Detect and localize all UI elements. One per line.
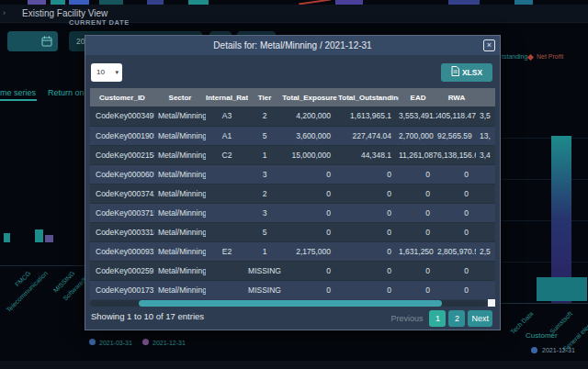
cell-rwa: 0 <box>437 203 476 222</box>
cell-internal_rating <box>206 164 248 184</box>
column-header-ead[interactable]: EAD <box>399 88 437 106</box>
cell-ead: 0 <box>399 261 437 280</box>
cell-internal_rating: C2 <box>206 145 248 164</box>
cell-internal_rating <box>206 261 248 280</box>
bottom-panel-strip <box>0 361 588 369</box>
previous-page-button[interactable]: Previous <box>390 314 423 323</box>
cell-total_exposure: 15,000,000 <box>281 145 338 164</box>
cell-customer_id: CodeKey00017313 <box>90 280 154 299</box>
current-date-label: CURRENT DATE <box>69 18 130 27</box>
table-row[interactable]: CodeKey00025917Metal/MinningMISSING0000 <box>90 261 495 280</box>
chevron-down-icon: ▾ <box>115 63 119 82</box>
table-row[interactable]: CodeKey00006054Metal/Minning30000 <box>90 164 495 184</box>
cell-rwa: 0 <box>437 261 476 280</box>
table-row[interactable]: CodeKey00017313Metal/MinningMISSING0000 <box>90 280 495 299</box>
cell-net: 3,4 <box>476 145 495 164</box>
cell-tier: 2 <box>248 106 281 126</box>
radio-date-label: 2021-12-31 <box>542 347 575 353</box>
page-1-button[interactable]: 1 <box>429 310 446 327</box>
cell-net <box>476 184 495 203</box>
next-page-button[interactable]: Next <box>468 310 492 327</box>
legend-dot[interactable] <box>89 339 96 345</box>
cell-total_outstandings: 0 <box>338 222 399 241</box>
cell-ead: 0 <box>399 222 437 241</box>
cell-customer_id: CodeKey00006054 <box>90 164 154 184</box>
legend-outstanding[interactable]: tstanding <box>502 53 527 60</box>
cell-sector: Metal/Minning <box>154 203 206 222</box>
table-row[interactable]: CodeKey00021589Metal/MinningC2115,000,00… <box>90 145 495 164</box>
gridline <box>501 179 588 180</box>
cell-customer_id: CodeKey00009314 <box>90 241 154 261</box>
cell-total_outstandings: 44,348.1 <box>338 145 399 164</box>
table-row[interactable]: CodeKey00037428Metal/Minning20000 <box>90 184 495 203</box>
details-table-wrapper[interactable]: Customer_IDSectorInternal_RatingTierTota… <box>90 88 495 299</box>
calendar-button[interactable] <box>7 31 58 51</box>
cell-total_exposure: 4,200,000 <box>281 106 338 126</box>
cell-rwa: 0 <box>437 164 476 184</box>
column-header-net[interactable]: Net_ <box>476 88 495 106</box>
cell-net <box>476 164 495 184</box>
column-header-customer_id[interactable]: Customer_ID <box>90 88 154 106</box>
table-row[interactable]: CodeKey00034956Metal/MinningA324,200,000… <box>90 106 495 126</box>
cell-rwa: 0 <box>437 222 476 241</box>
cell-tier: MISSING <box>248 280 281 299</box>
export-xlsx-button[interactable]: XLSX <box>441 63 492 82</box>
cell-total_outstandings: 0 <box>338 164 399 184</box>
page-size-select[interactable]: 10 ▾ <box>91 63 122 82</box>
cell-sector: Metal/Minning <box>154 241 206 261</box>
cell-total_outstandings: 0 <box>338 241 399 261</box>
table-header-row: Customer_IDSectorInternal_RatingTierTota… <box>90 88 495 106</box>
showing-entries-text: Showing 1 to 10 of 17 entries <box>91 311 204 321</box>
legend-date-2[interactable]: 2021-12-31 <box>153 340 186 346</box>
close-icon[interactable]: × <box>483 39 495 51</box>
cell-customer_id: CodeKey00019055 <box>90 126 154 145</box>
tab-return-on[interactable]: Return on <box>48 88 85 97</box>
cell-total_outstandings: 0 <box>338 203 399 222</box>
cell-rwa: 92,565.59 <box>437 126 476 145</box>
left-bar <box>35 229 43 242</box>
table-row[interactable]: CodeKey00019055Metal/MinningA153,600,000… <box>90 126 495 145</box>
legend-dot[interactable] <box>142 339 149 345</box>
legend-date-1[interactable]: 2021-03-31 <box>99 340 132 346</box>
column-header-tier[interactable]: Tier <box>248 88 281 106</box>
tab-time-series[interactable]: me series <box>0 88 36 97</box>
table-row[interactable]: CodeKey00037157Metal/Minning30000 <box>90 203 495 222</box>
cell-ead: 0 <box>399 164 437 184</box>
net-profit-diamond-icon <box>527 54 534 61</box>
cell-rwa: 2,805,970.5 <box>437 241 476 261</box>
cell-total_outstandings: 0 <box>338 261 399 280</box>
cell-total_exposure: 0 <box>281 203 338 222</box>
legend-net-profit[interactable]: Net Profit <box>537 53 563 60</box>
table-row[interactable]: CodeKey00009314Metal/MinningE212,175,000… <box>90 241 495 261</box>
cell-ead: 0 <box>399 203 437 222</box>
file-icon <box>451 66 459 76</box>
cell-net <box>476 222 495 241</box>
cell-customer_id: CodeKey00034956 <box>90 106 154 126</box>
cell-total_exposure: 0 <box>281 164 338 184</box>
column-header-internal_rating[interactable]: Internal_Rating <box>206 88 248 106</box>
column-header-sector[interactable]: Sector <box>154 88 206 106</box>
cell-tier: 5 <box>248 126 281 145</box>
cell-tier: MISSING <box>248 261 281 280</box>
cell-sector: Metal/Minning <box>154 145 206 164</box>
cell-total_outstandings: 1,613,965.1 <box>338 106 399 126</box>
cell-tier: 3 <box>248 164 281 184</box>
cell-tier: 5 <box>248 222 281 241</box>
left-bar <box>4 233 10 242</box>
table-row[interactable]: CodeKey00033183Metal/Minning50000 <box>90 222 495 241</box>
radio-date-icon[interactable] <box>531 347 537 353</box>
cell-internal_rating <box>206 280 248 299</box>
details-table: Customer_IDSectorInternal_RatingTierTota… <box>90 88 495 299</box>
column-header-total_exposure[interactable]: Total_Exposure <box>281 88 338 106</box>
cell-total_exposure: 0 <box>281 222 338 241</box>
cell-customer_id: CodeKey00037428 <box>90 184 154 203</box>
column-header-total_outstandings[interactable]: Total_Outstandings <box>338 88 399 106</box>
nav-arrow-icon[interactable]: › <box>3 8 6 17</box>
cell-total_exposure: 3,600,000 <box>281 126 338 145</box>
cell-sector: Metal/Minning <box>154 126 206 145</box>
horizontal-scrollbar-thumb[interactable] <box>139 300 442 307</box>
column-header-rwa[interactable]: RWA <box>437 88 476 106</box>
page-2-button[interactable]: 2 <box>448 310 465 327</box>
cell-ead: 11,261,087.02 <box>399 145 437 164</box>
active-tab-underline <box>0 99 37 101</box>
